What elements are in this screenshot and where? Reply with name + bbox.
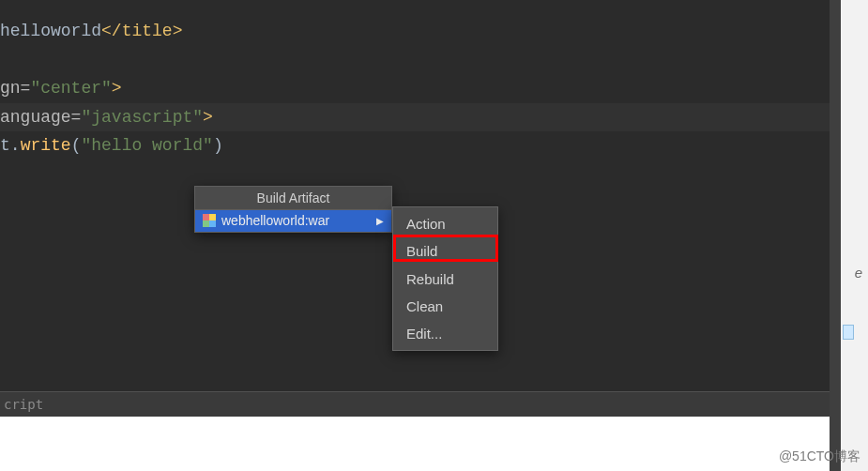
artifact-item-label: webhelloworld:war: [221, 213, 329, 228]
watermark: @51CTO博客: [779, 448, 860, 465]
code-line: gn="center">: [0, 74, 830, 103]
code-text: "javascript": [81, 108, 203, 127]
menu-item-clean[interactable]: Clean: [393, 293, 497, 320]
code-text: >: [203, 108, 213, 127]
menu-item-action[interactable]: Action: [393, 210, 497, 237]
blank-area: [0, 417, 830, 471]
code-text: </title>: [101, 22, 182, 40]
popup-header: Build Artifact: [195, 187, 391, 210]
code-text: "center": [30, 79, 111, 98]
code-text: .: [10, 136, 21, 155]
artifact-icon: [203, 214, 216, 227]
side-glyph: e: [855, 265, 862, 281]
code-text: gn=: [0, 79, 30, 98]
menu-item-rebuild[interactable]: Rebuild: [393, 266, 497, 293]
code-text: >: [112, 79, 122, 98]
right-gutter: [830, 0, 841, 471]
code-text: write: [21, 136, 71, 155]
build-artifact-popup: Build Artifact webhelloworld:war ▶: [194, 186, 392, 233]
code-text: t: [0, 136, 10, 155]
submenu-arrow-icon: ▶: [376, 216, 384, 226]
code-text: (: [71, 136, 82, 155]
code-line-highlighted: anguage="javascript">: [0, 103, 830, 132]
code-text: ): [213, 136, 223, 155]
code-line: helloworld</title>: [0, 17, 830, 46]
code-text: "hello world": [81, 136, 212, 155]
code-line: t.write("hello world"): [0, 131, 830, 160]
breadcrumb-text: cript: [4, 397, 43, 412]
code-text: helloworld: [0, 22, 101, 40]
code-line: [0, 46, 830, 75]
breadcrumb-bar: cript: [0, 392, 830, 417]
right-side-panel: e: [830, 0, 868, 471]
artifact-actions-popup: Action Build Rebuild Clean Edit...: [392, 206, 498, 351]
menu-item-edit[interactable]: Edit...: [393, 320, 497, 347]
code-text: anguage=: [0, 108, 81, 127]
side-marker: [843, 325, 854, 340]
artifact-item-webhelloworld[interactable]: webhelloworld:war ▶: [195, 210, 391, 232]
menu-item-build[interactable]: Build: [393, 237, 497, 265]
